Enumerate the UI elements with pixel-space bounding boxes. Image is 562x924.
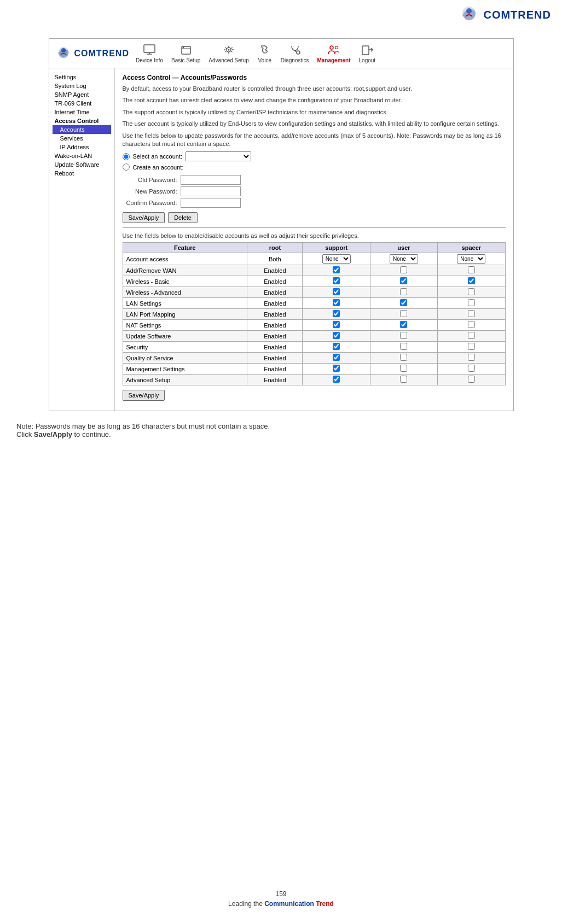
select-account-radio[interactable] [123,153,130,160]
td-user-3[interactable] [370,287,437,298]
nav-advanced-setup[interactable]: Advanced Setup [208,43,248,63]
sidebar-item-accounts[interactable]: Accounts [53,125,111,134]
save-apply-button-2[interactable]: Save/Apply [123,390,165,401]
td-spacer-10[interactable] [438,364,505,375]
support-cb-5[interactable] [333,310,340,317]
user-cb-8[interactable] [400,343,407,350]
delete-button[interactable]: Delete [168,212,198,223]
td-spacer-8[interactable] [438,342,505,353]
td-spacer-2[interactable] [438,276,505,287]
support-cb-4[interactable] [333,299,340,306]
td-support-3[interactable] [303,287,370,298]
td-user-9[interactable] [370,353,437,364]
td-user-11[interactable] [370,375,437,385]
user-cb-7[interactable] [400,332,407,339]
td-support-11[interactable] [303,375,370,385]
td-support-10[interactable] [303,364,370,375]
td-user-8[interactable] [370,342,437,353]
support-cb-7[interactable] [333,332,340,339]
td-support-5[interactable] [303,309,370,320]
td-support-7[interactable] [303,331,370,342]
spacer-cb-8[interactable] [468,343,475,350]
td-support-2[interactable] [303,276,370,287]
support-cb-1[interactable] [333,266,340,273]
support-cb-8[interactable] [333,343,340,350]
support-cb-6[interactable] [333,321,340,328]
td-spacer-5[interactable] [438,309,505,320]
td-spacer-6[interactable] [438,320,505,331]
sidebar-item-tr069[interactable]: TR-069 Client [53,99,111,108]
td-user-6[interactable] [370,320,437,331]
sidebar-item-access-control[interactable]: Access Control [53,116,111,125]
user-cb-2[interactable] [400,277,407,284]
td-spacer-4[interactable] [438,298,505,309]
user-cb-9[interactable] [400,354,407,361]
nav-logout[interactable]: Logout [359,43,376,63]
user-cb-6[interactable] [400,321,407,328]
support-cb-2[interactable] [333,277,340,284]
td-support-6[interactable] [303,320,370,331]
user-cb-3[interactable] [400,288,407,295]
confirm-password-input[interactable] [181,198,241,208]
support-select-0[interactable]: NoneViewBoth [322,254,351,264]
new-password-input[interactable] [181,186,241,196]
user-select-0[interactable]: NoneViewBoth [390,254,418,264]
sidebar-item-internet-time[interactable]: Internet Time [53,108,111,116]
td-spacer-0[interactable]: NoneViewBoth [438,253,505,265]
td-spacer-11[interactable] [438,375,505,385]
account-select-dropdown[interactable] [186,151,251,161]
save-apply-button-1[interactable]: Save/Apply [123,212,165,223]
td-user-7[interactable] [370,331,437,342]
sidebar-item-services[interactable]: Services [53,134,111,143]
td-support-1[interactable] [303,265,370,276]
td-user-4[interactable] [370,298,437,309]
sidebar-item-settings[interactable]: Settings [53,73,111,81]
sidebar-item-wake-on-lan[interactable]: Wake-on-LAN [53,151,111,160]
sidebar-item-ip-address[interactable]: IP Address [53,143,111,151]
user-cb-5[interactable] [400,310,407,317]
td-user-2[interactable] [370,276,437,287]
spacer-cb-4[interactable] [468,299,475,306]
spacer-select-0[interactable]: NoneViewBoth [457,254,485,264]
support-cb-11[interactable] [333,376,340,383]
spacer-cb-9[interactable] [468,354,475,361]
spacer-cb-5[interactable] [468,310,475,317]
td-user-1[interactable] [370,265,437,276]
create-account-radio[interactable] [123,163,130,171]
spacer-cb-6[interactable] [468,321,475,328]
td-support-4[interactable] [303,298,370,309]
spacer-cb-2[interactable] [468,277,475,284]
spacer-cb-1[interactable] [468,266,475,273]
sidebar-item-system-log[interactable]: System Log [53,81,111,90]
spacer-cb-7[interactable] [468,332,475,339]
spacer-cb-3[interactable] [468,288,475,295]
old-password-input[interactable] [181,175,241,185]
td-user-0[interactable]: NoneViewBoth [370,253,437,265]
td-spacer-3[interactable] [438,287,505,298]
nav-voice[interactable]: Voice [257,43,273,63]
td-support-8[interactable] [303,342,370,353]
user-cb-10[interactable] [400,365,407,372]
sidebar-item-snmp-agent[interactable]: SNMP Agent [53,90,111,99]
nav-device-info[interactable]: Device Info [136,43,163,63]
support-cb-10[interactable] [333,365,340,372]
td-user-5[interactable] [370,309,437,320]
user-cb-1[interactable] [400,266,407,273]
spacer-cb-10[interactable] [468,365,475,372]
user-cb-11[interactable] [400,376,407,383]
td-spacer-9[interactable] [438,353,505,364]
user-cb-4[interactable] [400,299,407,306]
td-support-9[interactable] [303,353,370,364]
td-spacer-1[interactable] [438,265,505,276]
spacer-cb-11[interactable] [468,376,475,383]
nav-diagnostics[interactable]: Diagnostics [281,43,309,63]
support-cb-9[interactable] [333,354,340,361]
td-user-10[interactable] [370,364,437,375]
td-spacer-7[interactable] [438,331,505,342]
nav-basic-setup[interactable]: Basic Setup [171,43,200,63]
support-cb-3[interactable] [333,288,340,295]
nav-management[interactable]: Management [317,43,350,63]
sidebar-item-reboot[interactable]: Reboot [53,169,111,178]
sidebar-item-update-software[interactable]: Update Software [53,160,111,169]
td-support-0[interactable]: NoneViewBoth [303,253,370,265]
